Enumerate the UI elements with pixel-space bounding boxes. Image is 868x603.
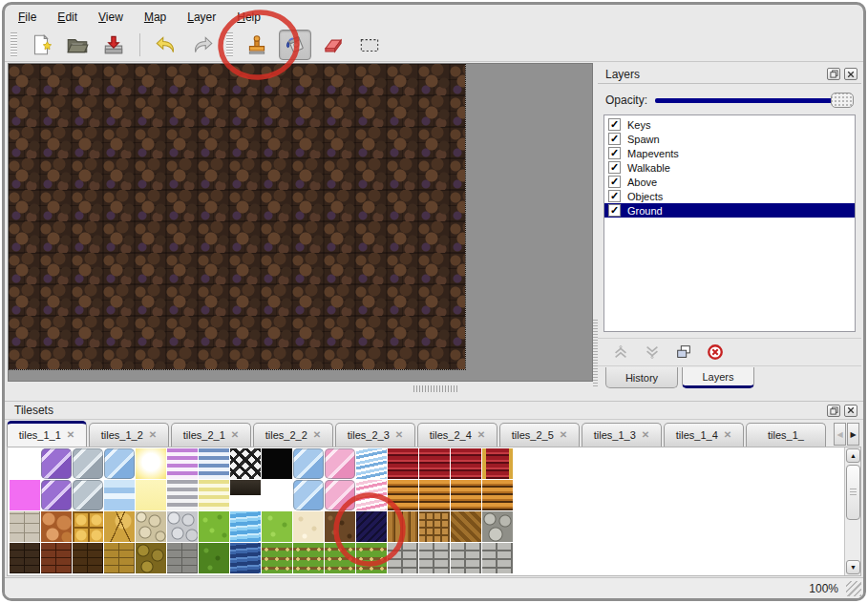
new-file-button[interactable] (27, 31, 55, 59)
tile-tilled-grass[interactable] (356, 543, 387, 573)
tile-cobble-gray[interactable] (167, 511, 198, 542)
tile-tiles-gold[interactable] (73, 511, 103, 542)
layer-visibility-checkbox[interactable] (608, 133, 621, 145)
duplicate-layer-button[interactable] (674, 343, 693, 362)
tile-lattice[interactable] (230, 448, 261, 479)
tileset-tab-tiles_2_2[interactable]: tiles_2_2 (253, 423, 333, 447)
tile-tilled-grass[interactable] (293, 543, 324, 573)
tile-glass-blue[interactable] (293, 480, 324, 510)
menu-help[interactable]: Help (237, 10, 261, 24)
scrollbar-thumb[interactable] (846, 465, 860, 520)
tile-planks-vert[interactable] (388, 511, 418, 542)
tile-stripes-blue[interactable] (199, 448, 229, 479)
menu-edit[interactable]: Edit (57, 10, 77, 24)
tile-wall-gold[interactable] (104, 543, 135, 573)
tile-pebbles-beige[interactable] (136, 511, 166, 542)
tab-close-icon[interactable] (395, 430, 403, 440)
toolbar-drag-handle[interactable] (11, 32, 17, 57)
tile-waves-pink[interactable] (356, 480, 387, 510)
tab-layers[interactable]: Layers (682, 367, 754, 388)
tab-close-icon[interactable] (560, 430, 567, 440)
menu-view[interactable]: View (98, 10, 123, 24)
tile-curtain-red[interactable] (419, 448, 450, 479)
tile-planks-orange[interactable] (419, 480, 450, 510)
tile-curtain-red[interactable] (388, 448, 418, 479)
tile-grass-dark[interactable] (199, 543, 229, 573)
close-panel-icon[interactable] (844, 68, 857, 80)
tile-cobble-orange[interactable] (41, 511, 72, 542)
layer-row-spawn[interactable]: Spawn (604, 132, 855, 146)
tile-tilled-grass[interactable] (325, 543, 355, 573)
tile-empty[interactable] (262, 480, 292, 510)
tile-black[interactable] (262, 448, 292, 479)
tile-brick-graywall[interactable] (388, 543, 418, 573)
tile-brick-red[interactable] (41, 543, 72, 573)
tile-curtain-red[interactable] (451, 448, 481, 479)
float-panel-icon[interactable] (827, 405, 840, 417)
tile-cracked-gold[interactable] (104, 511, 135, 542)
tile-empty[interactable] (10, 448, 40, 479)
map-viewport[interactable] (8, 63, 593, 382)
tile-planks-orange[interactable] (388, 480, 418, 510)
menu-map[interactable]: Map (144, 10, 166, 24)
scroll-up-icon[interactable]: ▲ (846, 448, 860, 463)
tile-sign-dark[interactable] (230, 480, 261, 510)
tile-brick-graywall[interactable] (451, 543, 481, 573)
menu-file[interactable]: File (18, 10, 36, 24)
close-panel-icon[interactable] (844, 405, 857, 417)
tile-glass-gray[interactable] (73, 480, 103, 510)
scroll-tabs-left-icon[interactable]: ◀ (834, 423, 846, 446)
tile-brick-graywall[interactable] (419, 543, 450, 573)
tile-tilled-grass[interactable] (262, 543, 292, 573)
layer-row-walkable[interactable]: Walkable (604, 160, 855, 175)
tab-close-icon[interactable] (231, 430, 239, 440)
tile-herringbone[interactable] (451, 511, 481, 542)
tile-glow-yellow[interactable] (136, 448, 166, 479)
tile-water-dark[interactable] (230, 543, 261, 573)
tile-waves-blue[interactable] (356, 448, 387, 479)
opacity-slider[interactable] (655, 93, 854, 108)
tile-glass-blue[interactable] (293, 448, 324, 479)
layer-visibility-checkbox[interactable] (608, 190, 621, 202)
tile-glass-gray[interactable] (73, 448, 103, 479)
tab-close-icon[interactable] (642, 430, 649, 440)
tile-water-reflect[interactable] (104, 480, 135, 510)
tile-brick-darkbrown[interactable] (10, 543, 40, 573)
tile-wall-darkbrown[interactable] (73, 543, 103, 573)
layer-visibility-checkbox[interactable] (608, 176, 621, 188)
tab-close-icon[interactable] (724, 430, 731, 440)
tile-dirt-speckled[interactable] (325, 511, 355, 542)
tile-stone-gray[interactable] (10, 511, 40, 542)
fill-bucket-button[interactable] (279, 30, 311, 60)
delete-layer-button[interactable] (706, 343, 725, 362)
tile-glass-pink[interactable] (325, 448, 355, 479)
stamp-tool-button[interactable] (243, 31, 271, 59)
tab-history[interactable]: History (605, 367, 678, 388)
tile-rocks-gold[interactable] (136, 543, 166, 573)
scroll-down-icon[interactable]: ▼ (846, 560, 860, 574)
tile-glass-pink[interactable] (325, 480, 355, 510)
tile-grass-green2[interactable] (262, 511, 292, 542)
tile-glass-purple[interactable] (41, 448, 72, 479)
rect-select-tool-button[interactable] (355, 31, 384, 59)
tile-glass-purple[interactable] (41, 480, 72, 510)
tab-close-icon[interactable] (67, 430, 74, 440)
tile-stripes-purple[interactable] (167, 448, 198, 479)
tile-stripes-yellow[interactable] (199, 480, 229, 510)
toolbar-drag-handle[interactable] (226, 32, 233, 57)
tile-navy[interactable] (356, 511, 387, 542)
tile-logs-gray[interactable] (482, 511, 513, 542)
tile-magenta[interactable] (10, 480, 40, 510)
tab-close-icon[interactable] (149, 430, 157, 440)
scroll-tabs-right-icon[interactable]: ▶ (847, 423, 859, 446)
layer-visibility-checkbox[interactable] (608, 118, 621, 131)
float-panel-icon[interactable] (827, 68, 840, 80)
tab-close-icon[interactable] (477, 430, 485, 440)
tileset-tab-tiles_2_1[interactable]: tiles_2_1 (171, 423, 251, 447)
opacity-slider-handle[interactable] (831, 93, 854, 108)
tileset-tab-tiles_1_2[interactable]: tiles_1_2 (89, 423, 169, 447)
tile-brick-gray[interactable] (167, 543, 198, 573)
tab-close-icon[interactable] (313, 430, 321, 440)
eraser-tool-button[interactable] (319, 31, 348, 59)
undo-button[interactable] (152, 31, 180, 59)
